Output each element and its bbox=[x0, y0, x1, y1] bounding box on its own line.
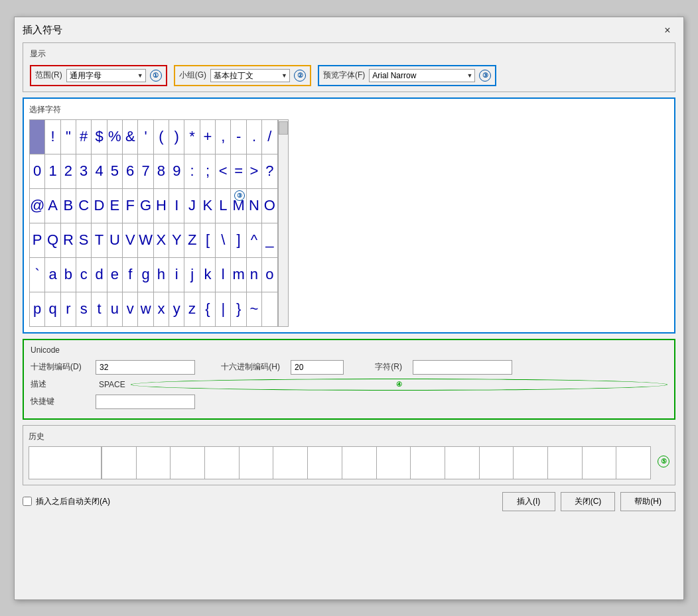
char-cell[interactable]: ? bbox=[262, 154, 277, 189]
char-cell[interactable]: Y bbox=[169, 223, 184, 258]
shortcut-input[interactable] bbox=[96, 395, 195, 409]
char-cell[interactable]: R bbox=[61, 223, 76, 258]
char-cell[interactable]: } bbox=[231, 292, 246, 327]
char-cell[interactable]: 1 bbox=[45, 154, 60, 189]
char-cell[interactable]: B bbox=[61, 189, 76, 223]
char-cell[interactable]: x bbox=[154, 292, 169, 327]
char-cell[interactable]: 2 bbox=[61, 154, 76, 189]
range-select[interactable]: 通用字母 bbox=[66, 69, 146, 82]
char-cell[interactable]: E bbox=[107, 189, 123, 223]
char-cell[interactable]: C bbox=[76, 189, 92, 223]
char-cell[interactable]: M③ bbox=[231, 189, 246, 223]
history-cell[interactable] bbox=[171, 447, 205, 479]
char-cell[interactable]: F bbox=[123, 189, 138, 223]
char-cell[interactable]: H bbox=[154, 189, 169, 223]
char-cell[interactable]: S bbox=[76, 223, 92, 258]
history-cell[interactable] bbox=[102, 447, 137, 479]
char-cell[interactable] bbox=[30, 120, 45, 154]
group-select[interactable]: 基本拉丁文 bbox=[210, 69, 290, 82]
char-cell[interactable]: | bbox=[216, 292, 231, 327]
char-cell[interactable]: b bbox=[61, 258, 76, 292]
char-cell[interactable]: 3 bbox=[76, 154, 92, 189]
char-cell[interactable]: m bbox=[231, 258, 246, 292]
scrollbar[interactable] bbox=[278, 119, 289, 327]
preview-font-select[interactable]: Arial Narrow bbox=[369, 69, 475, 82]
close-icon[interactable]: × bbox=[660, 23, 675, 38]
char-cell[interactable]: A bbox=[45, 189, 60, 223]
char-cell[interactable]: L bbox=[216, 189, 231, 223]
char-cell[interactable]: e bbox=[107, 258, 123, 292]
char-cell[interactable]: u bbox=[107, 292, 123, 327]
char-cell[interactable]: * bbox=[184, 120, 200, 154]
char-cell[interactable]: c bbox=[76, 258, 92, 292]
char-cell[interactable]: ^ bbox=[247, 223, 262, 258]
char-cell[interactable]: n bbox=[247, 258, 262, 292]
char-cell[interactable]: 7 bbox=[138, 154, 153, 189]
history-cell[interactable] bbox=[583, 447, 617, 479]
char-cell[interactable]: T bbox=[92, 223, 107, 258]
char-cell[interactable]: V bbox=[123, 223, 138, 258]
history-cell[interactable] bbox=[342, 447, 377, 479]
char-cell[interactable]: t bbox=[92, 292, 107, 327]
char-cell[interactable]: _ bbox=[262, 223, 277, 258]
char-cell[interactable]: / bbox=[262, 120, 277, 154]
char-cell[interactable]: i bbox=[169, 258, 184, 292]
char-cell[interactable]: g bbox=[138, 258, 153, 292]
char-cell[interactable]: < bbox=[216, 154, 231, 189]
auto-close-checkbox[interactable] bbox=[23, 497, 32, 506]
char-cell[interactable]: q bbox=[45, 292, 60, 327]
history-cell[interactable] bbox=[548, 447, 583, 479]
char-cell[interactable]: 6 bbox=[123, 154, 138, 189]
help-button[interactable]: 帮助(H) bbox=[620, 492, 675, 511]
close-button[interactable]: 关闭(C) bbox=[561, 492, 616, 511]
char-cell[interactable]: O bbox=[262, 189, 277, 223]
char-cell[interactable]: " bbox=[61, 120, 76, 154]
char-cell[interactable]: X bbox=[154, 223, 169, 258]
char-cell[interactable]: a bbox=[45, 258, 60, 292]
char-cell[interactable]: Q bbox=[45, 223, 60, 258]
char-cell[interactable]: I bbox=[169, 189, 184, 223]
char-input[interactable] bbox=[413, 360, 512, 375]
char-cell[interactable]: - bbox=[231, 120, 246, 154]
char-cell[interactable]: h bbox=[154, 258, 169, 292]
char-cell[interactable]: 0 bbox=[30, 154, 45, 189]
char-cell[interactable]: N bbox=[247, 189, 262, 223]
char-cell[interactable]: r bbox=[61, 292, 76, 327]
char-cell[interactable]: G bbox=[138, 189, 153, 223]
char-cell[interactable]: 8 bbox=[154, 154, 169, 189]
char-cell[interactable]: s bbox=[76, 292, 92, 327]
char-cell[interactable]: p bbox=[30, 292, 45, 327]
char-cell[interactable]: ~ bbox=[247, 292, 262, 327]
history-cell[interactable] bbox=[137, 447, 171, 479]
char-cell[interactable]: P bbox=[30, 223, 45, 258]
char-cell[interactable]: ] bbox=[231, 223, 246, 258]
char-cell[interactable]: j bbox=[184, 258, 200, 292]
history-cell[interactable] bbox=[273, 447, 308, 479]
char-cell[interactable]: K bbox=[200, 189, 216, 223]
char-cell[interactable]: Z bbox=[184, 223, 200, 258]
history-cell[interactable] bbox=[308, 447, 342, 479]
char-cell[interactable]: ` bbox=[30, 258, 45, 292]
char-cell[interactable]: v bbox=[123, 292, 138, 327]
char-cell[interactable]: 5 bbox=[107, 154, 123, 189]
char-cell[interactable]: & bbox=[123, 120, 138, 154]
char-cell[interactable]: ; bbox=[200, 154, 216, 189]
char-cell[interactable]: D bbox=[92, 189, 107, 223]
char-cell[interactable]: = bbox=[231, 154, 246, 189]
char-cell[interactable]: \ bbox=[216, 223, 231, 258]
history-cell[interactable] bbox=[240, 447, 274, 479]
char-cell[interactable]: [ bbox=[200, 223, 216, 258]
char-cell[interactable]: . bbox=[247, 120, 262, 154]
char-cell[interactable]: W bbox=[138, 223, 153, 258]
char-cell[interactable]: ) bbox=[169, 120, 184, 154]
char-cell[interactable]: o bbox=[262, 258, 277, 292]
char-cell[interactable]: ( bbox=[154, 120, 169, 154]
history-cell[interactable] bbox=[480, 447, 514, 479]
insert-button[interactable]: 插入(I) bbox=[502, 492, 555, 511]
char-cell[interactable]: ' bbox=[138, 120, 153, 154]
history-cell[interactable] bbox=[514, 447, 548, 479]
char-cell[interactable]: % bbox=[107, 120, 123, 154]
history-cell[interactable] bbox=[377, 447, 411, 479]
char-cell[interactable] bbox=[262, 292, 277, 327]
decimal-input[interactable] bbox=[96, 360, 195, 375]
